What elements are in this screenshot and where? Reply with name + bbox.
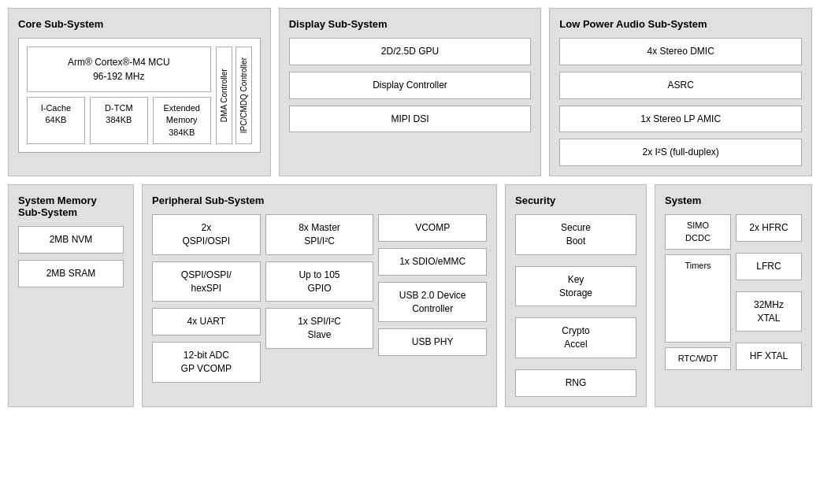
security-title: Security [515,195,636,206]
sdio-box: 1x SDIO/eMMC [378,248,487,276]
usb-phy-box: USB PHY [378,328,487,356]
audio-subsystem: Low Power Audio Sub-System 4x Stereo DMI… [549,8,812,176]
peripheral-col1: 2xQSPI/OSPI QSPI/OSPI/hexSPI 4x UART 12-… [152,214,261,383]
peripheral-col2: 8x MasterSPI/I²C Up to 105GPIO 1x SPI/I²… [265,214,374,383]
peripheral-col3: VCOMP 1x SDIO/eMMC USB 2.0 DeviceControl… [378,214,487,383]
gpio-box: Up to 105GPIO [265,261,374,302]
core-subsystem: Core Sub-System Arm® Cortex®-M4 MCU96-19… [8,8,271,176]
peripheral-title: Peripheral Sub-System [152,195,487,206]
sysmem-subsystem: System MemorySub-System 2MB NVM 2MB SRAM [8,184,134,407]
icache-box: I-Cache 64KB [27,97,85,144]
hfrc-box: 2x HFRC [736,214,802,242]
core-inner: Arm® Cortex®-M4 MCU96-192 MHz I-Cache 64… [18,38,261,153]
nvm-box: 2MB NVM [18,226,124,254]
peripheral-subsystem: Peripheral Sub-System 2xQSPI/OSPI QSPI/O… [142,184,497,407]
adc-box: 12-bit ADCGP VCOMP [152,342,261,383]
i2s-box: 2x I²S (full-duplex) [559,139,802,166]
qspi-hex-box: QSPI/OSPI/hexSPI [152,261,261,302]
system-subsystem: System SIMODCDC Timers RTC/WDT 2x HFRC L… [655,184,812,407]
mipi-dsi-box: MIPI DSI [289,106,532,133]
lfrc-box: LFRC [736,253,802,280]
display-subsystem: Display Sub-System 2D/2.5D GPU Display C… [279,8,542,176]
xtal-32-box: 32MHz XTAL [736,291,802,332]
display-title: Display Sub-System [289,18,532,30]
dma-label: DMA Controller [216,46,232,144]
system-right: 2x HFRC LFRC 32MHz XTAL HF XTAL [736,214,802,370]
core-left: Arm® Cortex®-M4 MCU96-192 MHz I-Cache 64… [27,46,211,144]
extmem-box: ExtendedMemory384KB [153,97,211,144]
secure-boot-box: SecureBoot [515,214,636,255]
simo-dcdc-box: SIMODCDC [665,214,731,250]
system-title: System [665,195,802,206]
rng-box: RNG [515,369,636,397]
core-right: DMA Controller IPC/CMDQ Controller [216,46,252,144]
asrc-box: ASRC [559,72,802,99]
hf-xtal-box: HF XTAL [736,343,802,370]
audio-title: Low Power Audio Sub-System [559,18,802,30]
bottom-row: System MemorySub-System 2MB NVM 2MB SRAM… [8,184,812,407]
spi-slave-box: 1x SPI/I²CSlave [265,308,374,349]
security-subsystem: Security SecureBoot KeyStorage CryptoAcc… [505,184,647,407]
system-left: SIMODCDC Timers RTC/WDT [665,214,731,370]
vcomp-box: VCOMP [378,214,487,242]
key-storage-box: KeyStorage [515,266,636,307]
dmic-box: 4x Stereo DMIC [559,38,802,65]
gpu-box: 2D/2.5D GPU [289,38,532,65]
security-grid: SecureBoot KeyStorage CryptoAccel RNG [515,214,636,397]
system-grid: SIMODCDC Timers RTC/WDT 2x HFRC LFRC 32M… [665,214,802,370]
display-controller-box: Display Controller [289,72,532,99]
core-title: Core Sub-System [18,18,261,30]
peripheral-grid: 2xQSPI/OSPI QSPI/OSPI/hexSPI 4x UART 12-… [152,214,487,383]
cache-row: I-Cache 64KB D-TCM 384KB ExtendedMemory3… [27,97,211,144]
timers-box: Timers [665,254,731,343]
sysmem-title: System MemorySub-System [18,195,124,218]
mcu-box: Arm® Cortex®-M4 MCU96-192 MHz [27,46,211,92]
sram-box: 2MB SRAM [18,260,124,287]
master-spi-box: 8x MasterSPI/I²C [265,214,374,255]
qspi-ospi-box: 2xQSPI/OSPI [152,214,261,255]
uart-box: 4x UART [152,308,261,335]
dtcm-box: D-TCM 384KB [90,97,148,144]
rtc-box: RTC/WDT [665,347,731,370]
amic-box: 1x Stereo LP AMIC [559,106,802,133]
usb-device-box: USB 2.0 DeviceController [378,282,487,323]
crypto-accel-box: CryptoAccel [515,317,636,358]
ipc-label: IPC/CMDQ Controller [236,46,252,144]
